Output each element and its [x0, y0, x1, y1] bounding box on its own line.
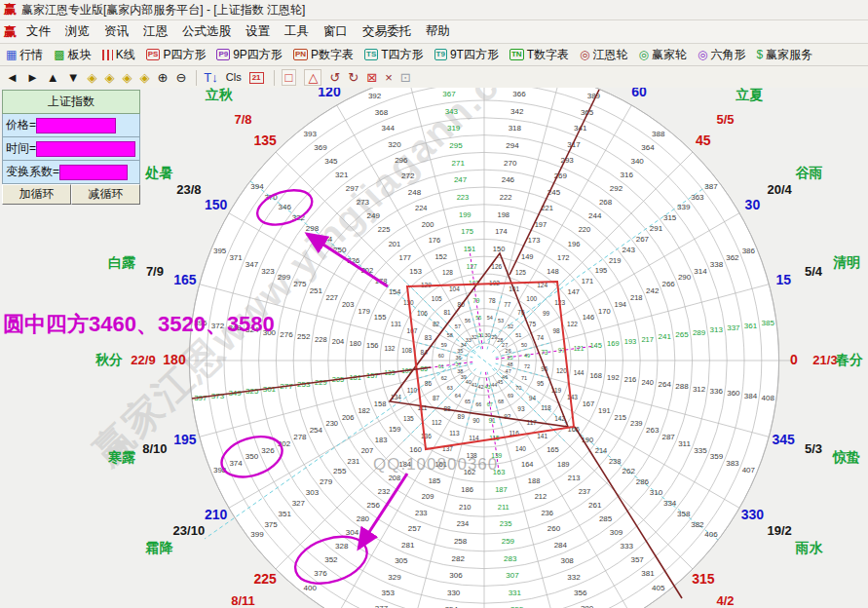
menu-item-4[interactable]: 公式选股: [182, 23, 231, 40]
wheel-number-255: 255: [333, 467, 347, 475]
price-input[interactable]: [36, 118, 116, 133]
sub-cycle-button[interactable]: 减循环: [71, 184, 140, 205]
menu-item-6[interactable]: 工具: [284, 23, 309, 40]
zoom-in-icon[interactable]: ⊕: [158, 71, 169, 84]
hexagon-button[interactable]: ◎六角形: [698, 47, 745, 63]
boxed-x-icon[interactable]: ⊠: [366, 71, 377, 84]
9t-square-button[interactable]: T99T四方形: [434, 47, 499, 63]
wheel-number-236: 236: [541, 509, 553, 517]
wheel-number-30: 30: [484, 332, 490, 338]
wheel-number-305: 305: [395, 556, 408, 565]
menu-item-1[interactable]: 浏览: [65, 23, 90, 40]
rotate-cw-icon[interactable]: ↻: [348, 71, 359, 84]
triangle-tool-icon[interactable]: △: [304, 69, 321, 86]
coef-input[interactable]: [59, 165, 128, 180]
wheel-number-100: 100: [526, 295, 537, 302]
wheel-number-29: 29: [491, 334, 497, 340]
menu-item-3[interactable]: 江恩: [143, 23, 168, 40]
winner-service-button[interactable]: $赢家服务: [756, 47, 812, 63]
wheel-number-264: 264: [659, 380, 672, 389]
t-table-button[interactable]: TNT数字表: [509, 47, 569, 63]
collapse-icon[interactable]: ×: [385, 71, 393, 84]
wheel-number-143: 143: [567, 394, 578, 400]
cycle-buttons: 加循环 减循环: [2, 184, 140, 205]
wheel-number-366: 366: [512, 90, 526, 98]
wheel-number-259: 259: [502, 537, 515, 546]
time-input[interactable]: [36, 141, 135, 157]
wheel-number-198: 198: [497, 210, 509, 219]
screen-icon[interactable]: ⊡: [400, 71, 411, 84]
solar-term-label-180: 秋分: [94, 352, 123, 367]
wheel-number-118: 118: [541, 404, 551, 411]
wheel-number-237: 237: [579, 487, 591, 496]
page-right-icon[interactable]: ►: [26, 71, 39, 84]
menu-item-5[interactable]: 设置: [245, 23, 270, 40]
wheel-number-132: 132: [385, 345, 396, 352]
wheel-number-32: 32: [472, 334, 477, 340]
wheel-number-54: 54: [487, 315, 493, 321]
wheel-number-394: 394: [250, 182, 264, 191]
wheel-number-180: 180: [349, 339, 361, 348]
p-table-button[interactable]: PNP数字表: [293, 47, 354, 63]
wheel-number-284: 284: [554, 541, 568, 550]
time-axis-icon[interactable]: T↓: [204, 71, 217, 84]
zoom-out-icon[interactable]: ⊖: [175, 71, 186, 84]
wheel-number-254: 254: [310, 426, 323, 435]
wheel-number-240: 240: [641, 378, 654, 387]
wheel-number-31: 31: [477, 332, 483, 338]
diamond-left-icon[interactable]: ◈: [88, 71, 97, 84]
wheel-number-72: 72: [524, 363, 530, 369]
p-square-button[interactable]: PSP四方形: [146, 47, 207, 63]
wheel-number-36: 36: [455, 355, 461, 361]
t-square-button[interactable]: TST四方形: [364, 47, 424, 63]
degree-label-345: 345: [772, 432, 795, 447]
9p-square-button[interactable]: P99P四方形: [216, 47, 282, 63]
marker-down-icon[interactable]: ▼: [67, 71, 80, 84]
wheel-number-343: 343: [445, 107, 459, 116]
menu-item-7[interactable]: 窗口: [323, 23, 348, 40]
wheel-number-294: 294: [506, 141, 519, 150]
degree-label-60: 60: [631, 88, 647, 99]
degree-label-195: 195: [173, 432, 197, 447]
wheel-number-70: 70: [515, 385, 521, 391]
wheel-number-58: 58: [447, 332, 453, 338]
wheel-number-308: 308: [560, 556, 574, 565]
quotes-button[interactable]: ▦行情: [6, 47, 43, 63]
wheel-number-309: 309: [610, 528, 623, 537]
gann-wheel-button[interactable]: ◎江恩轮: [580, 47, 627, 63]
menu-item-0[interactable]: 文件: [26, 23, 51, 40]
calendar-icon[interactable]: 21: [249, 72, 264, 84]
wheel-number-290: 290: [678, 273, 692, 282]
solar-term-label-165: 白露: [108, 254, 136, 270]
wheel-number-189: 189: [557, 460, 570, 469]
wheel-number-125: 125: [515, 269, 526, 276]
menu-item-9[interactable]: 帮助: [426, 23, 450, 40]
wheel-number-345: 345: [324, 157, 338, 166]
degree-label-30: 30: [745, 197, 761, 212]
kline-button[interactable]: K线: [102, 47, 135, 63]
cls-button[interactable]: Cls: [226, 72, 242, 83]
diamond-right-icon[interactable]: ◈: [105, 71, 115, 84]
diamond-down-icon[interactable]: ◈: [140, 71, 150, 84]
menu-item-8[interactable]: 交易委托: [362, 23, 411, 40]
menu-item-2[interactable]: 资讯: [104, 23, 129, 40]
wheel-number-369: 369: [314, 143, 327, 152]
square-tool-icon[interactable]: □: [282, 69, 297, 86]
wheel-number-303: 303: [306, 488, 320, 497]
solar-term-label-195: 寒露: [107, 449, 136, 465]
wheel-number-383: 383: [726, 459, 739, 468]
sectors-button[interactable]: ▩板块: [54, 47, 91, 63]
wheel-number-388: 388: [652, 130, 665, 138]
winner-wheel-button[interactable]: ◎赢家轮: [638, 47, 686, 63]
t-square-button-icon: TS: [364, 49, 378, 60]
page-left-icon[interactable]: ◄: [6, 71, 19, 84]
diamond-up-icon[interactable]: ◈: [123, 71, 132, 84]
chart-area[interactable]: 赢家江恩www.yingjiagann.com25262728293031323…: [0, 88, 868, 608]
wheel-number-78: 78: [489, 297, 497, 304]
rotate-ccw-icon[interactable]: ↺: [329, 71, 340, 84]
square-in-circle-annotation: 圆中四方3460、3520、3580: [3, 312, 275, 336]
degree-label-0: 0: [790, 352, 798, 367]
wheel-number-335: 335: [694, 446, 707, 455]
marker-up-icon[interactable]: ▲: [47, 71, 59, 84]
add-cycle-button[interactable]: 加循环: [2, 184, 71, 205]
